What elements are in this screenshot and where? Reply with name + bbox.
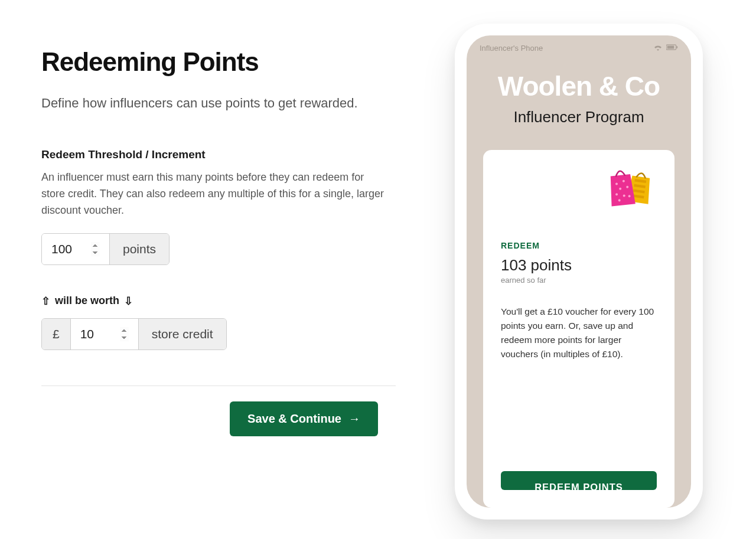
wifi-icon	[653, 44, 663, 53]
redeem-explanation: You'll get a £10 voucher for every 100 p…	[501, 305, 657, 361]
threshold-label: Redeem Threshold / Increment	[41, 148, 396, 161]
worth-suffix: store credit	[139, 319, 226, 349]
points-count: 103 points	[501, 256, 657, 275]
arrow-right-icon: →	[348, 412, 360, 426]
worth-label-text: will be worth	[55, 295, 119, 307]
save-continue-button[interactable]: Save & Continue →	[230, 401, 378, 436]
page-title: Redeeming Points	[41, 47, 396, 77]
redeem-points-button[interactable]: REDEEM POINTS	[501, 471, 657, 490]
svg-rect-2	[677, 46, 678, 48]
redeem-card: REDEEM 103 points earned so far You'll g…	[483, 150, 674, 508]
phone-preview: Influencer's Phone Woolen & Co Influence…	[455, 24, 703, 520]
currency-prefix: £	[42, 319, 71, 349]
arrow-down-icon: ⇩	[124, 295, 133, 308]
worth-field: £ store credit	[41, 318, 227, 350]
brand-name: Woolen & Co	[467, 70, 691, 102]
divider	[41, 386, 396, 386]
worth-label: ⇧ will be worth ⇩	[41, 295, 396, 308]
svg-rect-1	[667, 46, 674, 49]
page-subtitle: Define how influencers can use points to…	[41, 93, 360, 113]
threshold-field: points	[41, 233, 170, 265]
device-label: Influencer's Phone	[480, 44, 543, 53]
arrow-up-icon: ⇧	[41, 295, 50, 308]
threshold-suffix: points	[110, 234, 169, 264]
earned-label: earned so far	[501, 276, 657, 285]
threshold-desc: An influencer must earn this many points…	[41, 169, 384, 219]
save-button-label: Save & Continue	[247, 412, 341, 426]
threshold-input[interactable]	[42, 234, 110, 264]
worth-input[interactable]	[71, 319, 139, 349]
redeem-heading: REDEEM	[501, 241, 657, 250]
program-name: Influencer Program	[467, 108, 691, 126]
shopping-bags-icon	[606, 163, 658, 217]
battery-icon	[666, 44, 678, 53]
